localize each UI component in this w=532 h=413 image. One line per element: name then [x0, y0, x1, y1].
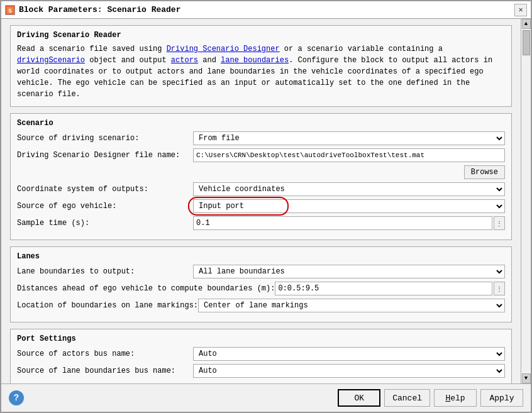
distances-input[interactable] [275, 282, 492, 295]
port-settings-title: Port Settings [17, 334, 505, 343]
lane-bus-row: Source of lane boundaries bus name: Auto… [17, 364, 505, 378]
file-input-area [193, 148, 505, 162]
link-driving-scenario-designer[interactable]: Driving Scenario Designer [167, 45, 280, 53]
distances-row: Distances ahead of ego vehicle to comput… [17, 282, 505, 295]
scrollable-content: Driving Scenario Reader Read a scenario … [1, 19, 521, 383]
file-row: Driving Scenario Designer file name: [17, 148, 505, 162]
bottom-left: ? [9, 390, 24, 405]
actors-bus-control: Auto Manual [193, 347, 505, 361]
scroll-track [522, 29, 531, 373]
location-control: Center of lane markings Left edge of lan… [198, 299, 505, 312]
window-title: Block Parameters: Scenario Reader [19, 5, 180, 14]
lanes-section: Lanes Lane boundaries to output: All lan… [10, 246, 512, 322]
description-section-title: Driving Scenario Reader [17, 31, 505, 40]
ego-label: Source of ego vehicle: [17, 202, 193, 211]
sample-row: Sample time (s): ⋮ [17, 216, 505, 230]
cancel-button[interactable]: Cancel [384, 389, 430, 407]
title-bar-left: S Block Parameters: Scenario Reader [5, 5, 180, 15]
scroll-thumb[interactable] [523, 30, 530, 55]
coord-select[interactable]: World coordinates Vehicle coordinates [193, 182, 505, 196]
close-button[interactable]: ✕ [514, 4, 527, 16]
boundaries-label: Lane boundaries to output: [17, 267, 193, 276]
coord-control: World coordinates Vehicle coordinates [193, 182, 505, 196]
ok-button[interactable]: OK [338, 389, 380, 407]
help-underline: H [445, 394, 450, 403]
port-settings-section: Port Settings Source of actors bus name:… [10, 329, 512, 383]
ego-control: Input port From scenario [193, 199, 505, 213]
scenario-section: Scenario Source of driving scenario: Fro… [10, 113, 512, 240]
main-window: S Block Parameters: Scenario Reader ✕ Dr… [0, 0, 532, 413]
main-scroll-area: Driving Scenario Reader Read a scenario … [1, 19, 531, 383]
title-bar: S Block Parameters: Scenario Reader ✕ [1, 1, 531, 19]
actors-bus-select[interactable]: Auto Manual [193, 347, 505, 361]
actors-bus-row: Source of actors bus name: Auto Manual [17, 347, 505, 361]
scroll-down-btn[interactable]: ▼ [522, 373, 531, 383]
boundaries-row: Lane boundaries to output: All lane boun… [17, 265, 505, 278]
coord-row: Coordinate system of outputs: World coor… [17, 182, 505, 196]
ego-select[interactable]: Input port From scenario [193, 199, 505, 213]
help-circle-icon[interactable]: ? [9, 390, 24, 405]
description-text: Read a scenario file saved using Driving… [17, 43, 505, 100]
distances-control: ⋮ [275, 282, 505, 295]
boundaries-control: All lane boundaries Ego lane boundaries … [193, 265, 505, 278]
lane-bus-select[interactable]: Auto Manual [193, 364, 505, 378]
file-label: Driving Scenario Designer file name: [17, 151, 193, 160]
lane-bus-control: Auto Manual [193, 364, 505, 378]
lanes-section-title: Lanes [17, 252, 505, 261]
help-button[interactable]: Help [434, 389, 477, 407]
sample-label: Sample time (s): [17, 219, 193, 228]
ego-row: Source of ego vehicle: Input port From s… [17, 199, 505, 213]
distances-label: Distances ahead of ego vehicle to comput… [17, 284, 275, 293]
lane-bus-label: Source of lane boundaries bus name: [17, 366, 193, 375]
window-icon: S [5, 5, 15, 15]
scenario-section-title: Scenario [17, 119, 505, 128]
browse-row: Browse [17, 165, 505, 179]
bottom-buttons: OK Cancel Help Apply [338, 389, 523, 407]
location-row: Location of boundaries on lane markings:… [17, 299, 505, 312]
sample-input[interactable] [193, 216, 492, 230]
link-lane-boundaries[interactable]: lane boundaries [221, 56, 289, 65]
link-actors[interactable]: actors [171, 56, 198, 65]
distances-ellipsis-btn[interactable]: ⋮ [494, 282, 505, 295]
sample-ellipsis-btn[interactable]: ⋮ [494, 216, 505, 230]
bottom-bar: ? OK Cancel Help Apply [1, 383, 531, 412]
description-section: Driving Scenario Reader Read a scenario … [10, 25, 512, 107]
scrollbar[interactable]: ▲ ▼ [521, 19, 531, 383]
link-driving-scenario[interactable]: drivingScenario [17, 56, 85, 65]
sample-control: ⋮ [193, 216, 505, 230]
coord-label: Coordinate system of outputs: [17, 185, 193, 194]
source-row: Source of driving scenario: From file Fr… [17, 131, 505, 145]
actors-bus-label: Source of actors bus name: [17, 350, 193, 358]
file-path-input[interactable] [193, 148, 505, 162]
help-label-rest: elp [450, 394, 465, 403]
location-label: Location of boundaries on lane markings: [17, 301, 198, 310]
source-select[interactable]: From file From workspace [193, 131, 505, 145]
location-select[interactable]: Center of lane markings Left edge of lan… [198, 299, 505, 312]
apply-button[interactable]: Apply [480, 389, 523, 407]
browse-button[interactable]: Browse [464, 165, 505, 179]
scroll-up-btn[interactable]: ▲ [522, 19, 531, 29]
source-control: From file From workspace [193, 131, 505, 145]
boundaries-select[interactable]: All lane boundaries Ego lane boundaries … [193, 265, 505, 278]
source-label: Source of driving scenario: [17, 134, 193, 143]
svg-text:S: S [8, 8, 12, 14]
